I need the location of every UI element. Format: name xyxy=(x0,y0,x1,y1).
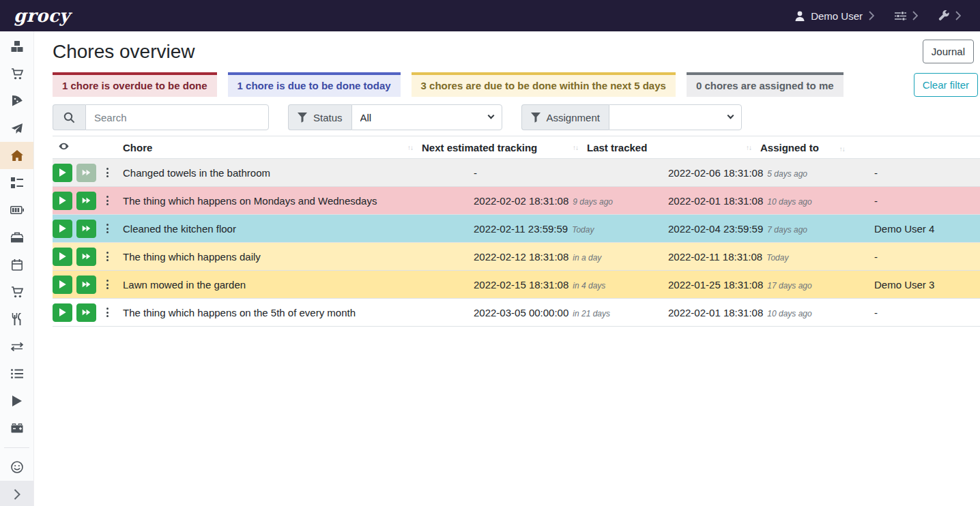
sidebar-item-shopping-list[interactable] xyxy=(0,60,33,87)
sidebar-item-inventory[interactable] xyxy=(0,360,33,387)
admin-menu[interactable] xyxy=(938,10,961,21)
user-menu[interactable]: Demo User xyxy=(795,10,874,22)
clear-filter-button[interactable]: Clear filter xyxy=(914,73,978,97)
sidebar-item-batteries-overview[interactable] xyxy=(0,196,33,224)
track-chore-execution-button[interactable] xyxy=(53,303,72,322)
last-tracked-time: 2022-02-01 18:31:08 xyxy=(668,307,763,318)
last-tracked-ago: 10 days ago xyxy=(767,197,811,207)
col-header-chore[interactable]: Chore↑↓ xyxy=(115,136,420,159)
next-tracking-time: 2022-02-12 18:31:08 xyxy=(474,251,568,263)
skip-chore-button[interactable] xyxy=(76,276,96,294)
sidebar-item-chore-tracking[interactable] xyxy=(0,387,33,415)
play-icon xyxy=(59,196,66,205)
eye-icon xyxy=(58,141,70,151)
sidebar-item-battery-tracking[interactable] xyxy=(0,415,33,442)
last-tracked-ago: 5 days ago xyxy=(767,169,807,179)
chore-row-menu-button[interactable] xyxy=(101,220,114,237)
next-tracking-ago: in 21 days xyxy=(573,309,610,318)
search-group xyxy=(53,104,269,130)
skip-chore-button[interactable] xyxy=(76,303,96,322)
status-filter-label: Status xyxy=(313,112,343,123)
chores-table: Chore↑↓ Next estimated tracking↑↓ Last t… xyxy=(53,136,980,327)
wrench-icon xyxy=(938,10,949,21)
sidebar-item-meal-plan[interactable] xyxy=(0,115,33,142)
journal-button[interactable]: Journal xyxy=(923,40,974,63)
chore-row-menu-button[interactable] xyxy=(101,303,114,321)
sidebar-item-equipment[interactable] xyxy=(0,224,33,251)
fast-forward-icon xyxy=(82,224,91,233)
sidebar-item-stock-overview[interactable] xyxy=(0,33,33,60)
chore-name: The thing which happens on Mondays and W… xyxy=(115,187,420,215)
chore-name: The thing which happens daily xyxy=(115,243,420,271)
filter-card[interactable]: 3 chores are due to be done within the n… xyxy=(412,72,676,97)
skip-chore-button[interactable] xyxy=(76,164,96,182)
fast-forward-icon xyxy=(82,308,91,316)
chore-row-menu-button[interactable] xyxy=(101,276,114,293)
navbar-right: Demo User xyxy=(795,10,961,22)
track-chore-execution-button[interactable] xyxy=(53,164,72,182)
smiley-icon xyxy=(11,461,23,473)
filter-card[interactable]: 1 chore is due to be done today xyxy=(228,72,401,97)
chore-row: The thing which happens daily2022-02-12 … xyxy=(53,243,980,271)
sliders-icon xyxy=(895,11,906,21)
last-tracked-ago: 10 days ago xyxy=(767,309,811,318)
page-header: Chores overview Journal xyxy=(53,40,980,63)
chore-row: The thing which happens on the 5th of ev… xyxy=(53,299,980,327)
sidebar-item-calendar[interactable] xyxy=(0,251,33,278)
assignment-filter-group: Assignment xyxy=(521,104,742,130)
filter-card[interactable]: 1 chore is overdue to be done xyxy=(53,72,217,97)
exchange-arrows-icon xyxy=(11,342,23,351)
sidebar-divider xyxy=(4,447,29,448)
fast-forward-icon xyxy=(82,196,91,205)
track-chore-execution-button[interactable] xyxy=(53,248,72,266)
fast-forward-icon xyxy=(82,168,91,177)
next-tracking-ago: Today xyxy=(572,225,594,235)
status-select[interactable]: All xyxy=(351,104,502,130)
track-chore-execution-button[interactable] xyxy=(53,276,72,294)
chore-row-menu-button[interactable] xyxy=(101,192,114,209)
skip-chore-button[interactable] xyxy=(76,192,96,210)
utensils-icon xyxy=(12,313,23,325)
play-icon xyxy=(59,224,66,233)
last-tracked-ago: 7 days ago xyxy=(767,225,807,235)
filter-cards: 1 chore is overdue to be done1 chore is … xyxy=(53,72,844,97)
sidebar-expand-toggle[interactable] xyxy=(0,481,33,506)
chevron-right-icon xyxy=(955,11,961,20)
grocy-logo[interactable]: grocy xyxy=(14,7,70,25)
search-input[interactable] xyxy=(85,104,269,130)
assigned-to: - xyxy=(759,243,980,271)
sidebar-item-purchase[interactable] xyxy=(0,278,33,306)
sidebar-item-tasks[interactable] xyxy=(0,169,33,196)
tasks-icon xyxy=(11,177,23,188)
sidebar-item-recipes[interactable] xyxy=(0,87,33,115)
sidebar-item-transfer[interactable] xyxy=(0,333,33,360)
column-visibility-header[interactable] xyxy=(53,136,115,159)
shopping-cart-icon xyxy=(11,286,23,298)
col-header-next-tracking[interactable]: Next estimated tracking↑↓ xyxy=(420,136,586,159)
pizza-slice-icon xyxy=(11,95,23,107)
skip-chore-button[interactable] xyxy=(76,220,96,238)
skip-chore-button[interactable] xyxy=(76,248,96,266)
assignment-filter-label: Assignment xyxy=(547,112,600,123)
sidebar-item-consume[interactable] xyxy=(0,306,33,333)
status-filter-labelbox: Status xyxy=(288,104,351,130)
battery-icon xyxy=(10,206,24,214)
sidebar-item-about[interactable] xyxy=(0,453,33,481)
col-header-last-tracked[interactable]: Last tracked↑↓ xyxy=(586,136,759,159)
chore-row-menu-button[interactable] xyxy=(101,164,114,181)
chore-name: The thing which happens on the 5th of ev… xyxy=(115,299,420,327)
track-chore-execution-button[interactable] xyxy=(53,192,72,210)
chore-row-menu-button[interactable] xyxy=(101,248,114,265)
col-header-assigned-to[interactable]: Assigned to↑↓ xyxy=(759,136,980,159)
settings-menu[interactable] xyxy=(895,11,918,21)
assignment-select[interactable] xyxy=(609,104,742,130)
play-icon xyxy=(59,168,66,177)
sidebar-nav xyxy=(0,31,33,442)
sidebar-item-chores-overview[interactable] xyxy=(0,142,33,169)
chevron-right-icon xyxy=(912,11,918,20)
filter-card[interactable]: 0 chores are assigned to me xyxy=(687,72,844,97)
track-chore-execution-button[interactable] xyxy=(53,220,72,238)
next-tracking-time: - xyxy=(474,167,477,179)
fast-forward-icon xyxy=(82,252,91,261)
funnel-icon xyxy=(531,113,541,123)
